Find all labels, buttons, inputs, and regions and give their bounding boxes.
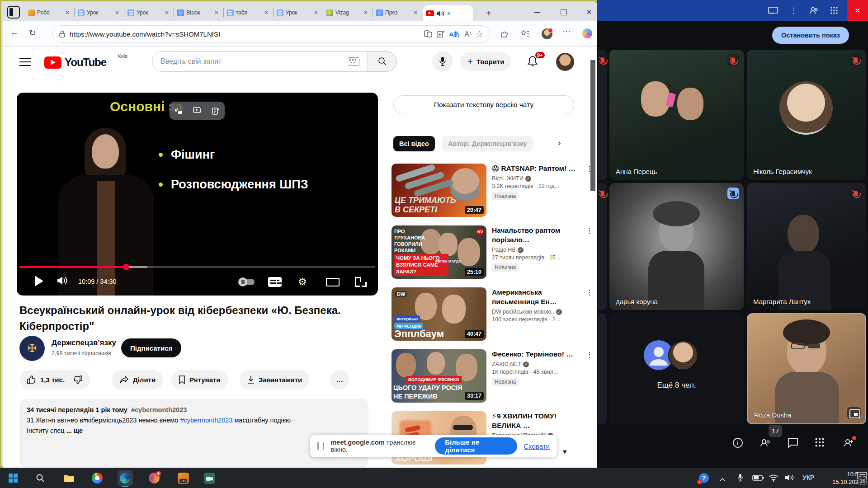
tab-close-icon[interactable]: ✕ — [447, 10, 451, 17]
tray-mic-icon[interactable] — [737, 473, 744, 483]
tab-close-icon[interactable]: ✕ — [115, 9, 119, 16]
browser-tab[interactable]: Урок ✕ — [75, 5, 122, 20]
related-video-item[interactable]: ВОЛОДИМИР ФЕСЕНКО ЦЬОГО УДАРУ РОСІЯ НЕ П… — [392, 349, 581, 407]
file-explorer-icon[interactable] — [61, 470, 77, 486]
start-button[interactable] — [5, 470, 21, 486]
battery-icon[interactable] — [752, 474, 764, 481]
related-video-title[interactable]: Фесенко: Терміново! … — [492, 349, 580, 359]
pip-icon[interactable] — [847, 407, 861, 419]
related-video-item[interactable]: ПРО ТРУХАНОВА ГОВОРИЛИ РОКАМИ ЧОМУ ЗА НЬ… — [392, 225, 581, 283]
related-video-title[interactable]: 😱 RATSNAP: Раптом! … — [492, 164, 580, 173]
search-button[interactable] — [368, 51, 397, 72]
more-vert-icon[interactable]: ⋮ — [790, 6, 797, 15]
tray-chevron-icon[interactable] — [720, 475, 725, 479]
theater-mode-button[interactable] — [326, 278, 340, 286]
browser-tab[interactable]: Урок ✕ — [274, 5, 321, 20]
apps-grid-icon[interactable] — [830, 6, 838, 14]
new-tab-button[interactable]: + — [483, 7, 495, 19]
save-button[interactable]: Рятувати — [171, 370, 228, 389]
show-chat-button[interactable]: Показати текстову версію чату — [393, 95, 574, 114]
progress-scrubber[interactable] — [123, 264, 129, 270]
hashtag[interactable]: #cybermonth2023 — [131, 406, 187, 413]
copilot-icon[interactable] — [582, 28, 592, 38]
related-channel[interactable]: ZAXID.NET — [492, 361, 521, 367]
fullscreen-button[interactable] — [355, 277, 367, 287]
subscribe-button[interactable]: Підписатися — [121, 338, 181, 357]
info-icon[interactable] — [732, 437, 743, 448]
related-video-title[interactable]: ⚡9 ХВИЛИН ТОМУ! ВЕЛИКА … — [492, 411, 580, 430]
voice-search-button[interactable] — [432, 51, 453, 72]
capture-app-icon[interactable] — [202, 470, 217, 486]
hide-toast-link[interactable]: Сховати — [524, 442, 550, 450]
read-aloud-icon[interactable]: A⁾ — [464, 30, 471, 38]
tab-search-button[interactable] — [7, 6, 20, 19]
participant-tile[interactable]: Ніколь Герасимчук — [747, 50, 866, 180]
dislike-icon[interactable] — [73, 375, 82, 384]
tab-close-icon[interactable]: ✕ — [413, 9, 418, 16]
show-more-link[interactable]: ... ще — [66, 427, 83, 434]
picture-in-picture-icon[interactable] — [175, 108, 183, 114]
download-button[interactable]: Завантажити — [240, 370, 310, 389]
related-video-item[interactable]: ЦЕ ТРИМАЮТЬ В СЕКРЕТІ 20:47 😱 RATSNAP: Р… — [392, 164, 581, 221]
address-bar[interactable]: https://www.youtube.com/watch?v=sSHOM7LN… — [52, 25, 490, 42]
participant-tile[interactable]: Анна Перець — [609, 50, 744, 180]
active-speaker-tile[interactable]: Roza Dusha — [747, 313, 866, 424]
edge-icon-active[interactable] — [118, 470, 133, 486]
activities-grid-icon[interactable] — [815, 437, 825, 447]
share-button[interactable]: Ділити — [112, 370, 163, 389]
video-thumbnail[interactable]: ПРО ТРУХАНОВА ГОВОРИЛИ РОКАМИ ЧОМУ ЗА НЬ… — [392, 225, 486, 279]
related-video-title[interactable]: Начальство раптом порізало… — [492, 225, 580, 244]
filter-chip-all[interactable]: Всі відео — [393, 136, 435, 151]
video-thumbnail[interactable]: ВОЛОДИМИР ФЕСЕНКО ЦЬОГО УДАРУ РОСІЯ НЕ П… — [392, 349, 486, 403]
like-dislike-buttons[interactable]: 1,3 тис. — [19, 370, 90, 389]
tab-close-icon[interactable]: ✕ — [214, 9, 219, 16]
autoplay-toggle[interactable] — [239, 279, 255, 285]
channel-avatar[interactable]: ✠ — [19, 336, 45, 361]
taskbar-search-button[interactable] — [33, 470, 48, 486]
tab-audio-icon[interactable] — [436, 10, 444, 17]
participant-tile[interactable]: дарья коруна — [609, 183, 744, 310]
item-menu-icon[interactable]: ⋮ — [586, 350, 593, 359]
browser-tab[interactable]: Vizag ✕ — [324, 5, 371, 20]
youtube-logo-icon[interactable] — [44, 56, 61, 69]
stop-sharing-button[interactable]: Більше не ділитися — [435, 437, 517, 455]
play-button[interactable] — [35, 276, 43, 286]
video-capture-icon[interactable] — [193, 107, 202, 114]
subtitles-button[interactable] — [268, 277, 282, 287]
orange-app-icon[interactable]: .03 — [175, 470, 191, 486]
item-menu-icon[interactable]: ⋮ — [586, 226, 593, 235]
back-icon[interactable]: ← — [10, 28, 19, 38]
search-input[interactable]: Введіть свій запит — [152, 51, 368, 72]
account-avatar[interactable] — [556, 53, 574, 71]
related-channel[interactable]: DW російською мовою.. — [492, 309, 554, 315]
chrome-icon[interactable] — [90, 470, 105, 486]
favorites-bar-icon[interactable] — [521, 29, 530, 38]
extensions-icon[interactable] — [500, 29, 509, 38]
menu-icon[interactable] — [19, 58, 31, 59]
video-player[interactable]: Основні за Фішинг Розповсюдження ШПЗ 10:… — [17, 93, 378, 296]
chips-scroll-right-icon[interactable]: › — [558, 138, 561, 148]
participants-icon[interactable] — [809, 6, 818, 14]
description-box[interactable]: 34 тисячі переглядів 1 рік тому #cybermo… — [19, 399, 368, 468]
browser-tab[interactable]: Урок ✕ — [125, 5, 172, 20]
window-close-button[interactable]: ✕ — [582, 6, 596, 18]
browser-tab[interactable]: табл ✕ — [224, 5, 271, 20]
tab-youtube-active[interactable]: ✕ — [423, 5, 473, 21]
filter-chip-author[interactable]: Автор: Держспецзв'язку — [442, 136, 533, 151]
window-maximize-button[interactable] — [557, 6, 571, 18]
related-video-item[interactable]: DW интервью #вТРЕНДde Эпплбаум 40:47 Аме… — [392, 287, 581, 345]
chat-icon[interactable] — [788, 437, 798, 448]
like-icon[interactable] — [27, 375, 36, 384]
channel-name[interactable]: Держспецзв'язку — [52, 338, 116, 347]
add-person-icon[interactable] — [843, 437, 854, 448]
wifi-icon[interactable] — [769, 474, 778, 482]
split-screen-icon[interactable] — [424, 30, 432, 38]
lock-icon[interactable] — [59, 30, 65, 38]
more-actions-button[interactable]: … — [330, 370, 349, 389]
tab-close-icon[interactable]: ✕ — [165, 9, 169, 16]
clock[interactable]: 10:59 15.10.2025 — [824, 470, 862, 486]
window-minimize-button[interactable] — [531, 6, 544, 18]
collections-add-icon[interactable] — [437, 30, 445, 38]
profile-avatar[interactable] — [542, 28, 552, 39]
people-icon[interactable] — [760, 437, 771, 448]
